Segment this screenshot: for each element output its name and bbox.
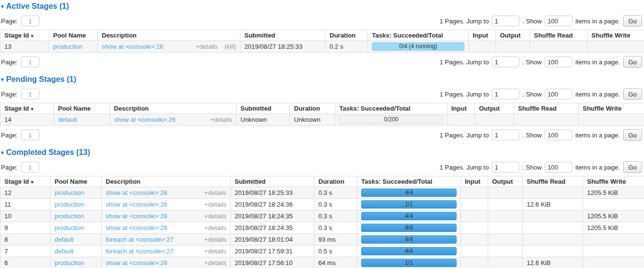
page-number-input[interactable] [21, 16, 39, 26]
show-count-input[interactable] [545, 89, 572, 99]
go-button[interactable]: Go [623, 88, 642, 100]
column-header-shuffle-write[interactable]: Shuffle Write [588, 30, 644, 41]
pool-name-link[interactable]: production [55, 189, 84, 196]
jump-to-input[interactable] [492, 130, 519, 140]
column-header-shuffle-read[interactable]: Shuffle Read [514, 103, 579, 114]
stage-description-link[interactable]: show at <console>:26 [106, 189, 167, 196]
section-title-text: Pending Stages (1) [6, 75, 76, 84]
go-button[interactable]: Go [623, 129, 642, 141]
column-header-duration[interactable]: Duration [290, 103, 335, 114]
show-count-input[interactable] [545, 57, 572, 67]
sort-descending-icon: ▾ [31, 179, 34, 185]
column-header-description[interactable]: Description [102, 176, 231, 187]
output-cell [488, 222, 523, 234]
show-count-input[interactable] [545, 130, 572, 140]
details-toggle[interactable]: +details [204, 259, 226, 267]
column-header-output[interactable]: Output [475, 103, 514, 114]
pool-name-link[interactable]: default [58, 116, 77, 123]
column-header-tasks-succeeded-total[interactable]: Tasks: Succeeded/Total [357, 176, 461, 187]
jump-to-input[interactable] [492, 162, 519, 172]
pending-stages-title[interactable]: ▾ Pending Stages (1) [1, 75, 644, 84]
column-header-output[interactable]: Output [488, 176, 523, 187]
column-header-pool-name[interactable]: Pool Name [49, 30, 98, 41]
jump-to-input[interactable] [492, 16, 519, 26]
column-header-pool-name[interactable]: Pool Name [51, 176, 102, 187]
show-count-input[interactable] [545, 162, 572, 172]
column-header-pool-name[interactable]: Pool Name [54, 103, 110, 114]
pool-name-cell: production [51, 211, 102, 222]
stage-description-link[interactable]: show at <console>:26 [114, 116, 175, 123]
page-number-input[interactable] [21, 89, 39, 99]
stage-description-link[interactable]: show at <console>:28 [106, 201, 167, 208]
details-toggle[interactable]: +details [204, 189, 226, 196]
stage-description-link[interactable]: show at <console>:28 [106, 224, 167, 231]
pages-count-text: 1 Pages. Jump to [440, 18, 489, 25]
pool-name-link[interactable]: production [53, 43, 83, 50]
details-toggle[interactable]: +details [204, 248, 226, 255]
pool-name-link[interactable]: default [55, 236, 74, 243]
pool-name-link[interactable]: production [55, 259, 84, 267]
column-header-stage-id[interactable]: Stage Id▾ [0, 103, 54, 114]
stage-description-link[interactable]: foreach at <console>:27 [106, 248, 174, 255]
column-header-tasks-succeeded-total[interactable]: Tasks: Succeeded/Total [368, 30, 469, 41]
column-header-input[interactable]: Input [461, 176, 488, 187]
task-progress-bar: 1/1 [361, 259, 457, 267]
stage-description-link[interactable]: show at <console>:26 [102, 43, 163, 50]
column-header-description[interactable]: Description [98, 30, 240, 41]
column-header-duration[interactable]: Duration [326, 30, 368, 41]
pool-name-link[interactable]: production [55, 224, 84, 231]
column-header-input[interactable]: Input [447, 103, 475, 114]
column-header-shuffle-write[interactable]: Shuffle Write [579, 103, 644, 114]
details-toggle[interactable]: +details [196, 43, 218, 50]
pool-name-link[interactable]: production [55, 201, 84, 208]
details-toggle[interactable]: +details [204, 236, 226, 243]
show-text: . Show [522, 18, 542, 25]
column-header-submitted[interactable]: Submitted [237, 103, 290, 114]
column-header-stage-id[interactable]: Stage Id▾ [0, 176, 51, 187]
pool-name-link[interactable]: default [55, 248, 74, 255]
table-row: 6productionshow at <console>:28+details2… [0, 257, 644, 268]
page-number-input[interactable] [21, 130, 39, 140]
items-text: items in a page. [575, 18, 620, 25]
column-header-stage-id[interactable]: Stage Id▾ [0, 30, 49, 41]
column-header-tasks-succeeded-total[interactable]: Tasks: Succeeded/Total [335, 103, 447, 114]
items-text: items in a page. [575, 132, 620, 139]
column-header-output[interactable]: Output [496, 30, 530, 41]
duration-cell: 0.3 s [314, 211, 357, 222]
jump-to-input[interactable] [492, 89, 519, 99]
column-header-description[interactable]: Description [110, 103, 237, 114]
details-toggle[interactable]: +details [210, 116, 232, 123]
column-header-duration[interactable]: Duration [314, 176, 357, 187]
column-header-submitted[interactable]: Submitted [240, 30, 326, 41]
stage-description-link[interactable]: foreach at <console>:27 [106, 236, 174, 243]
description-inner: show at <console>:26+details(kill) [102, 43, 236, 50]
jump-to-input[interactable] [492, 57, 519, 67]
table-row: 11productionshow at <console>:28+details… [0, 199, 644, 211]
page-label: Page: [1, 58, 18, 66]
kill-link[interactable]: (kill) [224, 43, 236, 50]
pool-name-cell: production [49, 41, 98, 53]
description-inner: show at <console>:26+details [106, 189, 226, 196]
active-stages-title[interactable]: ▾ Active Stages (1) [1, 2, 644, 11]
details-toggle[interactable]: +details [204, 212, 226, 220]
column-header-shuffle-read[interactable]: Shuffle Read [530, 30, 588, 41]
description-inner: foreach at <console>:27+details [106, 236, 226, 243]
stage-description-link[interactable]: show at <console>:28 [106, 212, 167, 220]
go-button[interactable]: Go [623, 15, 642, 27]
details-toggle[interactable]: +details [204, 201, 226, 208]
show-count-input[interactable] [545, 16, 572, 26]
column-header-input[interactable]: Input [469, 30, 496, 41]
pool-name-link[interactable]: production [55, 212, 84, 220]
page-number-input[interactable] [21, 57, 39, 67]
duration-cell: 0.3 s [314, 199, 357, 211]
completed-stages-title[interactable]: ▾ Completed Stages (13) [1, 148, 644, 157]
details-toggle[interactable]: +details [204, 224, 226, 231]
go-button[interactable]: Go [623, 56, 642, 68]
sort-descending-icon: ▾ [31, 106, 34, 112]
page-number-input[interactable] [21, 162, 39, 172]
go-button[interactable]: Go [623, 161, 642, 173]
column-header-submitted[interactable]: Submitted [231, 176, 314, 187]
column-header-shuffle-read[interactable]: Shuffle Read [523, 176, 583, 187]
stage-description-link[interactable]: show at <console>:28 [106, 259, 167, 267]
column-header-shuffle-write[interactable]: Shuffle Write [583, 176, 644, 187]
